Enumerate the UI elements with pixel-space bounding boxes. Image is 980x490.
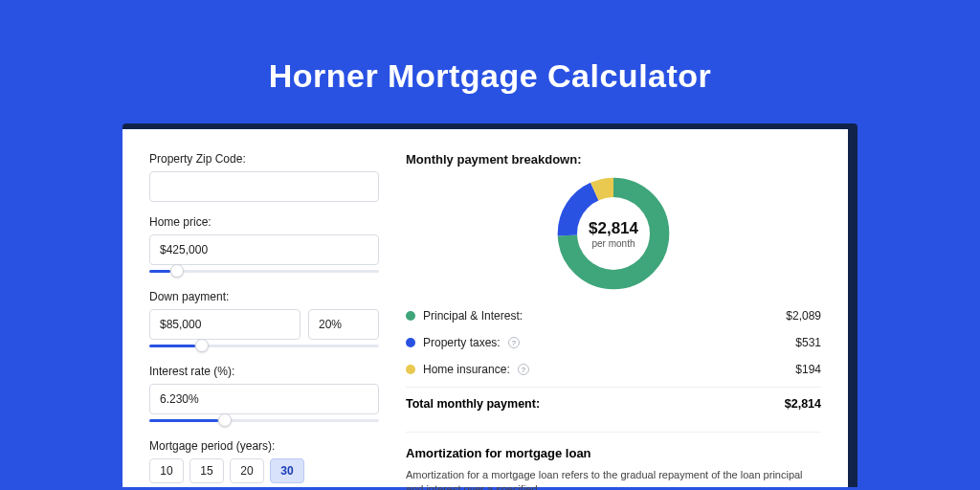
rate-input[interactable] xyxy=(149,384,379,414)
amortization-section: Amortization for mortgage loan Amortizat… xyxy=(406,432,821,490)
down-label: Down payment: xyxy=(149,290,379,303)
legend-label: Principal & Interest: xyxy=(423,309,523,323)
legend-row-taxes: Property taxes: ? $531 xyxy=(406,329,821,356)
amortization-text: Amortization for a mortgage loan refers … xyxy=(406,468,821,490)
period-option-30[interactable]: 30 xyxy=(270,458,304,483)
donut-chart: $2,814 per month xyxy=(556,176,671,291)
price-label: Home price: xyxy=(149,215,379,229)
period-label: Mortgage period (years): xyxy=(149,439,379,453)
total-value: $2,814 xyxy=(785,397,821,411)
donut-value: $2,814 xyxy=(589,219,638,238)
down-group: Down payment: xyxy=(149,290,379,351)
dot-icon xyxy=(406,365,415,374)
legend-label: Home insurance: xyxy=(423,363,510,376)
rate-group: Interest rate (%): xyxy=(149,365,379,426)
legend-row-principal: Principal & Interest: $2,089 xyxy=(406,302,821,329)
zip-group: Property Zip Code: xyxy=(149,152,379,202)
info-icon[interactable]: ? xyxy=(508,337,520,348)
rate-slider[interactable] xyxy=(149,416,379,426)
legend-value: $194 xyxy=(795,363,821,376)
price-input[interactable] xyxy=(149,234,379,265)
form-panel: Property Zip Code: Home price: Down paym… xyxy=(149,152,379,487)
amortization-title: Amortization for mortgage loan xyxy=(406,446,821,460)
calculator-card: Property Zip Code: Home price: Down paym… xyxy=(122,129,848,487)
zip-label: Property Zip Code: xyxy=(149,152,379,166)
period-options: 10 15 20 30 xyxy=(149,458,379,483)
period-option-10[interactable]: 10 xyxy=(149,458,184,483)
price-group: Home price: xyxy=(149,215,379,277)
total-row: Total monthly payment: $2,814 xyxy=(406,387,821,420)
donut-sub: per month xyxy=(591,238,635,249)
rate-slider-thumb[interactable] xyxy=(218,413,232,427)
down-amount-input[interactable] xyxy=(149,309,301,340)
legend-value: $531 xyxy=(795,336,821,349)
breakdown-panel: Monthly payment breakdown: $2,814 per mo… xyxy=(406,152,821,487)
legend-value: $2,089 xyxy=(786,309,821,323)
info-icon[interactable]: ? xyxy=(518,364,529,375)
period-option-15[interactable]: 15 xyxy=(189,458,224,483)
dot-icon xyxy=(406,338,415,347)
donut-center: $2,814 per month xyxy=(577,197,650,270)
down-slider[interactable] xyxy=(149,342,379,351)
dot-icon xyxy=(406,311,415,321)
price-slider-thumb[interactable] xyxy=(170,264,184,278)
price-slider[interactable] xyxy=(149,267,379,277)
legend-label: Property taxes: xyxy=(423,336,501,349)
legend-row-insurance: Home insurance: ? $194 xyxy=(406,356,821,383)
down-slider-thumb[interactable] xyxy=(195,339,209,352)
down-pct-input[interactable] xyxy=(308,309,379,340)
rate-label: Interest rate (%): xyxy=(149,365,379,378)
period-option-20[interactable]: 20 xyxy=(230,458,264,483)
breakdown-title: Monthly payment breakdown: xyxy=(406,152,821,167)
donut-wrap: $2,814 per month xyxy=(406,176,821,291)
period-group: Mortgage period (years): 10 15 20 30 xyxy=(149,439,379,483)
zip-input[interactable] xyxy=(149,171,379,202)
card-shadow: Property Zip Code: Home price: Down paym… xyxy=(122,123,858,487)
total-label: Total monthly payment: xyxy=(406,397,540,411)
page-title: Horner Mortgage Calculator xyxy=(0,57,980,95)
